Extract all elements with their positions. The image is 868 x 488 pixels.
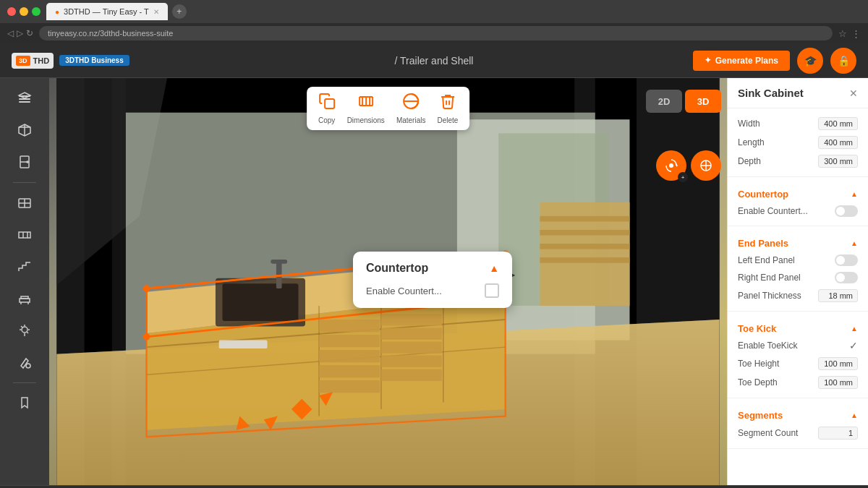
sidebar-icon-cube[interactable]	[10, 116, 39, 145]
camera-controls: +	[656, 150, 721, 181]
panel-header: Sink Cabinet ✕	[728, 78, 868, 108]
materials-label: Materials	[396, 116, 426, 124]
view-2d-btn[interactable]: 2D	[646, 90, 682, 113]
popup-header: Countertop ▲	[366, 262, 499, 275]
browser-tab[interactable]: ● 3DTHD — Tiny Easy - T ✕	[46, 3, 168, 20]
window-min-btn[interactable]	[20, 7, 28, 16]
sidebar-icon-paint[interactable]	[10, 348, 39, 377]
tab-close-btn[interactable]: ✕	[153, 8, 159, 16]
address-bar[interactable]: tinyeasy.co.nz/3dthd-business-suite	[39, 26, 833, 40]
svg-rect-55	[319, 350, 380, 362]
length-label: Length	[738, 137, 765, 147]
svg-rect-39	[540, 230, 629, 236]
dimensions-tool[interactable]: Dimensions	[347, 93, 385, 124]
popup-enable-label: Enable Countert...	[366, 286, 442, 296]
svg-rect-53	[319, 320, 380, 332]
width-label: Width	[738, 119, 760, 129]
back-btn[interactable]: ◁	[7, 28, 14, 38]
status-bar: Grid Size: ↺ System: Millimetre	[0, 485, 868, 488]
generate-plans-btn[interactable]: Generate Plans	[693, 51, 790, 71]
copy-tool[interactable]: Copy	[318, 93, 336, 124]
svg-line-26	[27, 332, 28, 333]
settings-icon[interactable]: ⋮	[851, 28, 861, 39]
depth-label: Depth	[738, 156, 761, 166]
countertop-popup: Countertop ▲ Enable Countert...	[353, 252, 512, 308]
viewport-3d[interactable]: Copy Dimensions Materials	[49, 78, 727, 485]
refresh-btn[interactable]: ↻	[26, 28, 33, 38]
segment-count-value[interactable]: 1	[818, 427, 858, 440]
sidebar-icon-window[interactable]	[10, 189, 39, 218]
panel-thickness-value[interactable]: 18 mm	[818, 289, 858, 302]
materials-icon	[402, 93, 420, 114]
svg-rect-61	[381, 356, 442, 367]
toe-kick-check-icon: ✓	[849, 340, 858, 351]
sidebar-icon-layers[interactable]	[10, 84, 39, 113]
width-row: Width 400 mm	[738, 114, 858, 133]
toe-depth-value[interactable]: 100 mm	[818, 376, 858, 389]
width-value[interactable]: 400 mm	[818, 117, 858, 130]
svg-rect-13	[19, 232, 30, 238]
enable-countertop-row: Enable Countert...	[738, 202, 858, 220]
sidebar-icon-furniture[interactable]	[10, 284, 39, 313]
sidebar-icon-door[interactable]	[10, 147, 39, 176]
svg-point-82	[669, 163, 673, 168]
window-max-btn[interactable]	[32, 7, 41, 16]
materials-tool[interactable]: Materials	[396, 93, 426, 124]
enable-countertop-toggle[interactable]	[835, 205, 858, 217]
camera-navigate-btn[interactable]	[691, 150, 721, 181]
svg-point-27	[26, 364, 30, 368]
copy-label: Copy	[318, 116, 335, 124]
left-end-toggle[interactable]	[835, 254, 858, 266]
account-btn[interactable]: 🔒	[830, 48, 856, 74]
sidebar-icon-panel[interactable]	[10, 221, 39, 249]
left-end-row: Left End Panel	[738, 252, 858, 269]
depth-value[interactable]: 300 mm	[818, 155, 858, 168]
url-display: tinyeasy.co.nz/3dthd-business-suite	[48, 29, 173, 38]
help-btn[interactable]: 🎓	[797, 48, 823, 74]
popup-toggle[interactable]	[485, 283, 499, 298]
sidebar-icon-light[interactable]	[10, 316, 39, 345]
panel-close-btn[interactable]: ✕	[849, 87, 858, 99]
header-title: / Trailer and Shell	[395, 55, 474, 67]
countertop-chevron-icon[interactable]: ▲	[851, 190, 858, 198]
header-right: Generate Plans 🎓 🔒	[693, 48, 856, 74]
bookmark-icon[interactable]: ☆	[838, 28, 847, 39]
toe-height-value[interactable]: 100 mm	[818, 357, 858, 370]
segments-section: Segments ▲ Segment Count 1	[728, 398, 868, 449]
right-panel: Sink Cabinet ✕ Width 400 mm Length 400 m…	[727, 78, 868, 485]
end-panels-chevron-icon[interactable]: ▲	[851, 239, 858, 247]
popup-title: Countertop	[366, 262, 428, 275]
dimensions-icon	[357, 93, 375, 114]
panel-thickness-label: Panel Thickness	[738, 291, 801, 301]
right-end-row: Right End Panel	[738, 269, 858, 286]
business-badge: 3DTHD Business	[59, 55, 129, 66]
toe-kick-header: Toe Kick ▲	[738, 317, 858, 337]
new-tab-btn[interactable]: +	[172, 4, 187, 19]
segments-header: Segments ▲	[738, 404, 858, 424]
enable-countertop-label: Enable Countert...	[738, 206, 808, 216]
end-panels-title: End Panels	[738, 238, 788, 249]
camera-orbit-btn[interactable]: +	[656, 150, 686, 181]
view-mode-controls: 2D 3D	[646, 90, 721, 113]
toe-kick-title: Toe Kick	[738, 323, 776, 334]
segments-chevron-icon[interactable]: ▲	[851, 411, 858, 419]
delete-tool[interactable]: Delete	[437, 93, 458, 124]
toe-kick-chevron-icon[interactable]: ▲	[851, 325, 858, 333]
logo-box: 3D THD	[12, 53, 54, 69]
svg-line-25	[21, 326, 22, 328]
delete-label: Delete	[437, 116, 458, 124]
sidebar-icon-bookmark[interactable]	[10, 389, 39, 418]
length-value[interactable]: 400 mm	[818, 136, 858, 149]
svg-rect-56	[319, 365, 380, 377]
svg-rect-40	[540, 244, 629, 249]
window-close-btn[interactable]	[7, 7, 16, 16]
forward-btn[interactable]: ▷	[17, 28, 23, 38]
segments-title: Segments	[738, 410, 783, 421]
right-end-toggle[interactable]	[835, 272, 858, 283]
sidebar-icon-stairs[interactable]	[10, 252, 39, 281]
svg-point-9	[27, 161, 28, 163]
top-toolbar: Copy Dimensions Materials	[307, 87, 470, 130]
popup-chevron-icon[interactable]: ▲	[489, 262, 499, 274]
panel-thickness-row: Panel Thickness 18 mm	[738, 286, 858, 305]
view-3d-btn[interactable]: 3D	[685, 90, 721, 113]
